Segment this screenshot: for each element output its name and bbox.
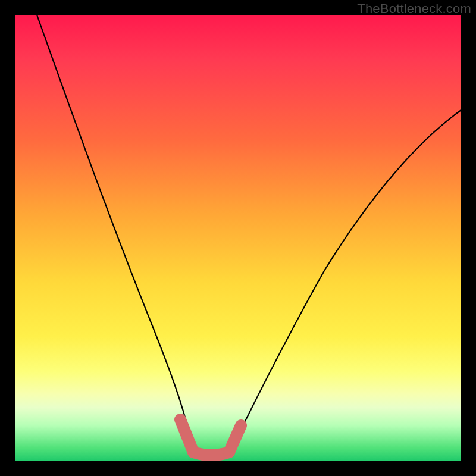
watermark-label: TheBottleneck.com — [357, 1, 471, 17]
chart-svg — [15, 15, 461, 461]
valley-marker-right — [229, 425, 241, 452]
left-curve — [37, 15, 193, 452]
right-curve — [229, 110, 461, 452]
chart-frame: TheBottleneck.com — [0, 0, 476, 476]
